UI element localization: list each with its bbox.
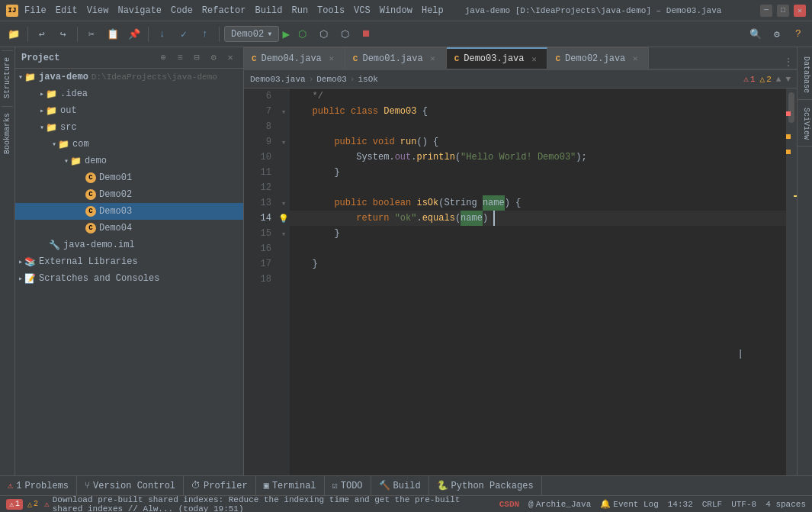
editor-scrollbar[interactable] [786,89,797,475]
sidebar-locate-button[interactable]: ⊕ [156,51,170,65]
structure-panel-tab[interactable]: Structure [2,50,13,105]
menu-edit[interactable]: Edit [56,5,78,16]
build-tab[interactable]: 🔨 Build [371,476,429,495]
position-item[interactable]: 14:32 [668,500,693,509]
python-packages-tab[interactable]: 🐍 Python Packages [429,476,542,495]
demo04-tab-close[interactable]: ✕ [326,53,337,64]
vcs-update-button[interactable]: ↓ [153,25,172,43]
terminal-tab[interactable]: ▣ Terminal [256,476,325,495]
status-error-badge[interactable]: ⚠ 1 [6,499,23,510]
sidebar-collapse-button[interactable]: ⊟ [190,51,204,65]
search-everywhere-button[interactable]: 🔍 [746,25,765,43]
stop-button[interactable]: ⏹ [357,25,375,43]
vcs-push-button[interactable]: ↑ [196,25,214,43]
coverage-button[interactable]: ⬡ [314,25,332,43]
status-warn-badge[interactable]: △ 2 [27,500,38,509]
tab-demo03[interactable]: C Demo03.java ✕ [447,47,548,69]
line13-boolean: boolean [373,195,417,211]
breadcrumb-method[interactable]: isOk [358,75,377,84]
vcs-commit-button[interactable]: ✓ [175,25,193,43]
tree-item-demo02[interactable]: C Demo02 [15,186,243,203]
sidebar-close-button[interactable]: ✕ [223,51,237,65]
tabs-more-button[interactable]: ⋮ [783,56,794,69]
run-config-selector[interactable]: Demo02 ▾ [224,26,279,42]
maximize-button[interactable]: □ [777,5,789,17]
tab-demo02[interactable]: C Demo02.java ✕ [547,47,649,69]
gutter-fold-13[interactable]: ▾ [278,195,290,211]
gutter-bulb-14[interactable]: 💡 [278,211,290,226]
tree-item-ext-libs[interactable]: 📚 External Libraries [15,253,243,270]
tree-item-idea[interactable]: 📁 .idea [15,85,243,102]
tree-item-iml[interactable]: 🔧 java-demo.iml [15,237,243,253]
breadcrumb-class[interactable]: Demo03 [316,75,347,84]
tree-item-demo03[interactable]: C Demo03 [15,203,243,220]
profile-button[interactable]: ⬡ [335,25,354,43]
code-line-6: */ [290,89,786,104]
tree-item-out[interactable]: 📁 out [15,102,243,119]
vcs-tab[interactable]: ⑂ Version Control [77,476,184,495]
tree-item-scratches[interactable]: 📝 Scratches and Consoles [15,270,243,287]
tree-item-java-demo[interactable]: 📁 java-demo D:\IdeaProjects\java-demo [15,69,243,85]
menu-build[interactable]: Build [255,5,282,16]
encoding-item[interactable]: UTF-8 [731,500,756,509]
minimize-button[interactable]: ─ [760,5,772,17]
tree-item-demo[interactable]: 📁 demo [15,153,243,169]
line-ending-item[interactable]: CRLF [702,500,722,509]
menu-tools[interactable]: Tools [317,5,345,16]
gutter-8 [278,119,290,134]
toolbar-paste-button[interactable]: 📌 [125,25,143,43]
tree-item-demo04[interactable]: C Demo04 [15,220,243,237]
menu-code[interactable]: Code [171,5,193,16]
menu-vcs[interactable]: VCS [354,5,371,16]
menu-file[interactable]: File [24,5,47,16]
debug-button[interactable]: ⬡ [293,25,311,43]
bookmarks-panel-tab[interactable]: Bookmarks [2,106,13,160]
line-num-7: 7 [244,104,278,119]
demo01-tab-close[interactable]: ✕ [428,53,438,64]
breadcrumb-settings-button[interactable]: ▼ [785,75,791,84]
toolbar-redo-button[interactable]: ↪ [54,25,72,43]
tab-demo01[interactable]: C Demo01.java ✕ [345,47,447,69]
menu-run[interactable]: Run [291,5,308,16]
toolbar-copy-button[interactable]: 📋 [104,25,122,43]
gutter-fold-15[interactable]: ▾ [278,226,290,241]
gutter-fold-9[interactable]: ▾ [278,134,290,150]
close-button[interactable]: ✕ [794,5,806,17]
event-log-item[interactable]: 🔔 Event Log [600,499,658,509]
scrollbar-thumb[interactable] [788,92,794,123]
menu-refactor[interactable]: Refactor [202,5,246,16]
menu-window[interactable]: Window [380,5,412,16]
toolbar-project-icon[interactable]: 📁 [5,25,23,43]
indent-item[interactable]: 4 spaces [765,500,806,509]
notif-error-icon: ⚠ [44,499,50,509]
code-content[interactable]: */ public class Demo03 { public void run… [290,89,786,475]
editor-empty-space[interactable] [290,287,786,475]
sidebar-settings-button[interactable]: ⚙ [207,51,220,65]
menu-help[interactable]: Help [422,5,444,16]
demo03-tab-close[interactable]: ✕ [528,53,539,64]
sidebar-expand-button[interactable]: ≡ [173,51,187,65]
todo-tab[interactable]: ☑ TODO [325,476,371,495]
menu-view[interactable]: View [87,5,109,16]
error-count-badge[interactable]: ⚠ 1 [743,74,755,84]
gutter-fold-7[interactable]: ▾ [278,104,290,119]
demo02-tab-close[interactable]: ✕ [630,53,640,64]
settings-button[interactable]: ⚙ [768,25,786,43]
run-button[interactable]: ▶ [282,27,290,42]
help-button[interactable]: ? [789,25,807,43]
warning-marker-2 [786,150,791,154]
breadcrumb-collapse-button[interactable]: ▲ [776,75,782,84]
menu-navigate[interactable]: Navigate [117,5,162,16]
tree-item-src[interactable]: 📁 src [15,119,243,136]
database-panel-tab[interactable]: Database [798,50,812,100]
problems-tab[interactable]: ⚠ 1 Problems [0,476,77,495]
sciview-panel-tab[interactable]: SciView [798,101,812,147]
tab-demo04[interactable]: C Demo04.java ✕ [244,47,345,69]
breadcrumb-file[interactable]: Demo03.java [250,75,306,84]
toolbar-undo-button[interactable]: ↩ [33,25,51,43]
profiler-tab[interactable]: ⏱ Profiler [184,476,256,495]
tree-item-com[interactable]: 📁 com [15,136,243,153]
warning-count-badge[interactable]: △ 2 [760,74,772,84]
tree-item-demo01[interactable]: C Demo01 [15,169,243,186]
toolbar-cut-button[interactable]: ✂ [82,25,101,43]
